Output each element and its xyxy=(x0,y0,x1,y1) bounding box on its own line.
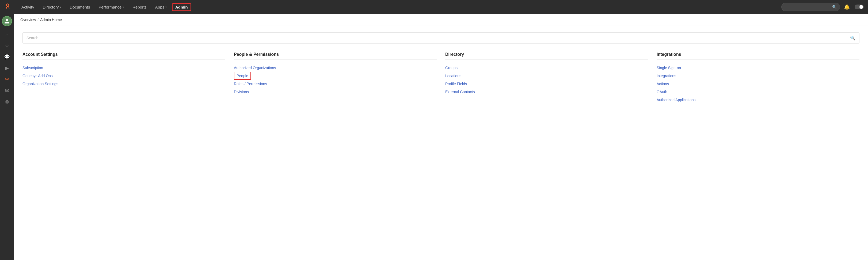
section-title-directory: Directory xyxy=(445,52,648,60)
sidebar-icon-inbox[interactable]: ✉ xyxy=(2,85,12,96)
link-genesys-add-ons[interactable]: Genesys Add Ons xyxy=(23,72,225,80)
section-integrations: Integrations Single Sign-on Integrations… xyxy=(657,52,860,104)
nav-item-activity[interactable]: Activity xyxy=(18,3,37,11)
section-people-permissions: People & Permissions Authorized Organiza… xyxy=(234,52,437,104)
nav-search-icon: 🔍 xyxy=(832,5,837,9)
link-groups[interactable]: Groups xyxy=(445,64,648,72)
sidebar-icon-admin-settings[interactable]: ◎ xyxy=(2,97,12,107)
top-nav: Activity Directory ▾ Documents Performan… xyxy=(0,0,868,14)
link-authorized-organizations[interactable]: Authorized Organizations xyxy=(234,64,437,72)
sidebar-icon-home[interactable]: ⌂ xyxy=(2,29,12,39)
link-actions[interactable]: Actions xyxy=(657,80,860,88)
breadcrumb-current: Admin Home xyxy=(40,17,62,22)
link-oauth[interactable]: OAuth xyxy=(657,88,860,96)
link-organization-settings[interactable]: Organization Settings xyxy=(23,80,225,88)
sidebar-icon-video[interactable]: ▶ xyxy=(2,63,12,73)
notification-bell-icon[interactable]: 🔔 xyxy=(842,2,851,11)
nav-item-apps[interactable]: Apps ▾ xyxy=(152,3,170,11)
link-authorized-applications[interactable]: Authorized Applications xyxy=(657,96,860,104)
breadcrumb: Overview / Admin Home xyxy=(14,14,868,26)
breadcrumb-overview[interactable]: Overview xyxy=(20,17,36,22)
main-layout: ⌂ ☆ 💬 ▶ ✂ ✉ ◎ Overview / Admin Home 🔍 xyxy=(0,14,868,260)
link-integrations[interactable]: Integrations xyxy=(657,72,860,80)
directory-chevron-icon: ▾ xyxy=(60,6,61,8)
nav-search-input[interactable] xyxy=(785,5,830,9)
performance-chevron-icon: ▾ xyxy=(123,6,124,8)
section-directory: Directory Groups Locations Profile Field… xyxy=(445,52,648,104)
nav-item-reports[interactable]: Reports xyxy=(129,3,150,11)
sections-grid: Account Settings Subscription Genesys Ad… xyxy=(23,52,860,104)
admin-search-bar[interactable]: 🔍 xyxy=(23,32,860,43)
link-roles-permissions[interactable]: Roles / Permissions xyxy=(234,80,437,88)
nav-item-documents[interactable]: Documents xyxy=(67,3,93,11)
link-people[interactable]: People xyxy=(234,72,251,80)
link-single-sign-on[interactable]: Single Sign-on xyxy=(657,64,860,72)
section-title-people-permissions: People & Permissions xyxy=(234,52,437,60)
breadcrumb-separator: / xyxy=(37,17,38,22)
nav-item-performance[interactable]: Performance ▾ xyxy=(95,3,127,11)
section-title-integrations: Integrations xyxy=(657,52,860,60)
sidebar-icon-favorites[interactable]: ☆ xyxy=(2,41,12,51)
nav-search-bar[interactable]: 🔍 xyxy=(781,3,840,11)
link-divisions[interactable]: Divisions xyxy=(234,88,437,96)
admin-home-content: 🔍 Account Settings Subscription Genesys … xyxy=(14,26,868,260)
sidebar: ⌂ ☆ 💬 ▶ ✂ ✉ ◎ xyxy=(0,14,14,260)
content-area: Overview / Admin Home 🔍 Account Settings… xyxy=(14,14,868,260)
sidebar-icon-calls[interactable]: ✂ xyxy=(2,74,12,84)
link-profile-fields[interactable]: Profile Fields xyxy=(445,80,648,88)
link-locations[interactable]: Locations xyxy=(445,72,648,80)
avatar[interactable] xyxy=(2,16,12,26)
link-external-contacts[interactable]: External Contacts xyxy=(445,88,648,96)
theme-toggle[interactable] xyxy=(855,4,864,9)
nav-item-directory[interactable]: Directory ▾ xyxy=(40,3,64,11)
link-subscription[interactable]: Subscription xyxy=(23,64,225,72)
sidebar-icon-chat[interactable]: 💬 xyxy=(2,52,12,62)
apps-chevron-icon: ▾ xyxy=(165,6,167,8)
section-title-account-settings: Account Settings xyxy=(23,52,225,60)
logo[interactable] xyxy=(4,2,14,12)
nav-item-admin[interactable]: Admin xyxy=(172,3,191,11)
section-account-settings: Account Settings Subscription Genesys Ad… xyxy=(23,52,225,104)
admin-search-icon: 🔍 xyxy=(850,36,856,41)
svg-point-0 xyxy=(6,4,9,6)
admin-search-input[interactable] xyxy=(27,36,850,40)
